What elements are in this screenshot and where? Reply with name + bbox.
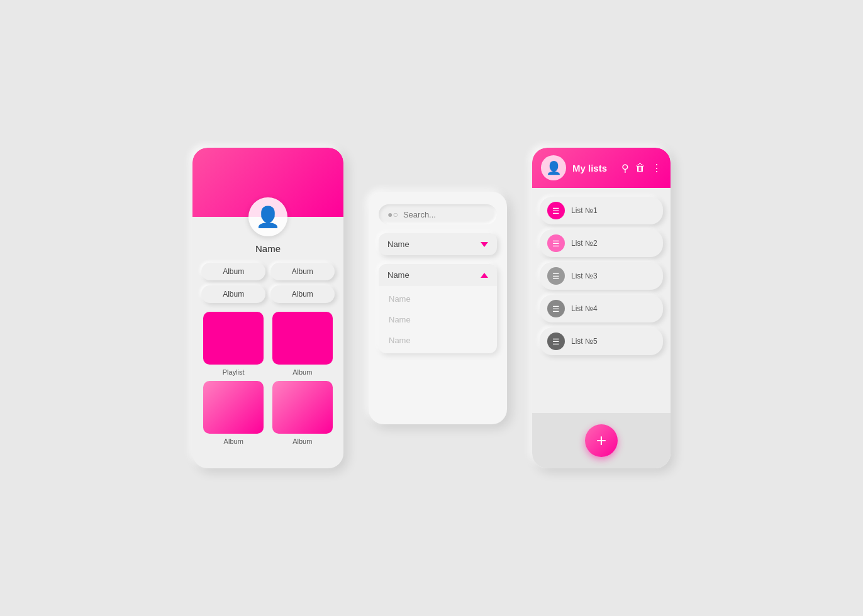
media-item-album-1[interactable]: Album	[270, 312, 335, 376]
list-label-3: List №3	[571, 272, 598, 280]
dropdown-open-header[interactable]: Name	[379, 264, 497, 286]
album-label-2: Album	[224, 437, 243, 445]
album-button-2[interactable]: Album	[270, 263, 335, 280]
album-label-3: Album	[292, 437, 312, 445]
list-label-1: List №1	[571, 206, 598, 215]
dropdown-closed[interactable]: Name	[379, 233, 497, 255]
search-icon: ●○	[387, 209, 398, 219]
lists-header-icons: ⚲ 🗑 ⋮	[621, 162, 662, 174]
playlist-thumbnail	[203, 312, 264, 365]
list-label-4: List №4	[571, 304, 598, 313]
playlist-label: Playlist	[223, 368, 245, 376]
list-label-2: List №2	[571, 239, 598, 248]
lists-header: 👤 My lists ⚲ 🗑 ⋮	[532, 148, 671, 188]
dropdown-closed-label: Name	[387, 239, 409, 249]
media-grid: Playlist Album Album Album	[201, 312, 334, 445]
dropdown-options-list: Name Name Name	[379, 286, 497, 353]
trash-icon[interactable]: 🗑	[635, 162, 645, 173]
chevron-down-icon	[481, 242, 488, 247]
album-thumbnail-3	[272, 381, 333, 434]
search-bar[interactable]: ●○	[379, 204, 497, 224]
album-thumbnail-1	[272, 312, 333, 365]
list-item-3[interactable]: ☰ List №3	[540, 262, 663, 290]
list-icon-5: ☰	[547, 333, 565, 350]
album-label-1: Album	[292, 368, 312, 376]
add-list-button[interactable]: +	[585, 424, 618, 457]
search-card: ●○ Name Name Name Name Name	[369, 192, 507, 424]
lists-footer: +	[532, 413, 671, 468]
lists-avatar: 👤	[541, 155, 566, 180]
profile-banner: 👤	[192, 148, 343, 217]
more-icon[interactable]: ⋮	[652, 162, 662, 174]
search-header-icon[interactable]: ⚲	[621, 162, 629, 174]
dropdown-option-1[interactable]: Name	[379, 289, 497, 309]
album-button-1[interactable]: Album	[201, 263, 265, 280]
list-item-4[interactable]: ☰ List №4	[540, 295, 663, 322]
lists-body: ☰ List №1 ☰ List №2 ☰ List №3 ☰ List №4 …	[532, 188, 671, 413]
dropdown-option-2[interactable]: Name	[379, 309, 497, 330]
list-label-5: List №5	[571, 337, 598, 346]
media-item-playlist[interactable]: Playlist	[201, 312, 265, 376]
dropdown-option-3[interactable]: Name	[379, 330, 497, 351]
album-button-3[interactable]: Album	[201, 285, 265, 303]
list-icon-4: ☰	[547, 300, 565, 317]
list-icon-3: ☰	[547, 267, 565, 285]
list-item-1[interactable]: ☰ List №1	[540, 197, 663, 224]
profile-name: Name	[255, 243, 281, 254]
album-button-4[interactable]: Album	[270, 285, 335, 303]
profile-card: 👤 Name Album Album Album Album Playlist …	[192, 148, 343, 468]
lists-title: My lists	[572, 163, 615, 173]
dropdown-open[interactable]: Name Name Name Name	[379, 264, 497, 353]
list-icon-2: ☰	[547, 234, 565, 252]
list-item-2[interactable]: ☰ List №2	[540, 229, 663, 257]
avatar-icon: 👤	[255, 207, 281, 227]
lists-card: 👤 My lists ⚲ 🗑 ⋮ ☰ List №1 ☰ List №2 ☰ L…	[532, 148, 671, 468]
search-input[interactable]	[403, 210, 488, 219]
album-thumbnail-2	[203, 381, 264, 434]
list-item-5[interactable]: ☰ List №5	[540, 327, 663, 355]
dropdown-open-label: Name	[387, 270, 409, 280]
chevron-up-icon	[481, 273, 488, 278]
album-buttons-grid: Album Album Album Album	[201, 263, 334, 303]
list-icon-1: ☰	[547, 202, 565, 219]
avatar: 👤	[248, 197, 287, 236]
media-item-album-2[interactable]: Album	[201, 381, 265, 445]
media-item-album-3[interactable]: Album	[270, 381, 335, 445]
